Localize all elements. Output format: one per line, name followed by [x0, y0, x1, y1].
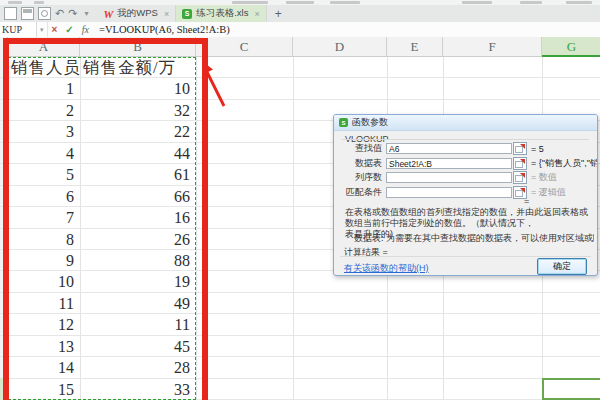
column-header-G[interactable]: G [542, 37, 600, 57]
cell-a[interactable]: 销售人员 [8, 57, 80, 77]
spreadsheet-logo-icon: S [182, 9, 192, 19]
cell-a[interactable]: 2 [8, 100, 80, 120]
printer-icon[interactable] [21, 7, 34, 20]
toolbar-remnant-mark [232, 1, 268, 4]
cell-a[interactable]: 3 [8, 121, 80, 141]
table-row: 110 [0, 78, 600, 99]
toolbar-remnant-mark [286, 1, 314, 4]
cell-b[interactable]: 49 [80, 293, 196, 313]
cell-a[interactable]: 14 [8, 357, 80, 377]
toolbar-remnant-mark [8, 1, 22, 4]
cell-b[interactable]: 19 [80, 271, 196, 291]
name-box-dropdown-icon[interactable]: ▾ [37, 22, 48, 37]
quick-access-toolbar: ↶ ↷ ▾ [0, 7, 97, 20]
argument-label: 匹配条件 [334, 186, 386, 199]
ok-button[interactable]: 确定 [537, 258, 587, 275]
argument-row: 列序数= 数值 [334, 171, 597, 184]
cell-a[interactable]: 11 [8, 293, 80, 313]
argument-row: 查找值A6= 5 [334, 142, 597, 155]
close-tab-icon[interactable]: × [254, 9, 259, 19]
cell-b[interactable]: 28 [80, 357, 196, 377]
tab-label: 练习表格.xls [196, 7, 248, 20]
formula-input[interactable]: =VLOOKUP(A6, Sheet2!A:B) [93, 24, 230, 35]
new-tab-button[interactable]: + [267, 7, 290, 21]
argument-row: 数据表Sheet2!A:B= {"销售人员","销售金额/万" [334, 157, 597, 170]
cell-b[interactable]: 11 [80, 314, 196, 334]
redo-icon[interactable]: ↷ [68, 8, 77, 19]
tab-label: 我的WPS [117, 7, 158, 20]
print-preview-icon[interactable] [38, 7, 51, 20]
cell-a[interactable]: 7 [8, 207, 80, 227]
result-equals-sign: = [524, 196, 529, 206]
argument-label: 查找值 [334, 142, 386, 155]
table-row: 销售人员销售金额/万 [0, 57, 600, 78]
cell-a[interactable]: 15 [8, 379, 80, 399]
argument-input[interactable]: Sheet2!A:B [386, 158, 512, 169]
cell-a[interactable]: 12 [8, 314, 80, 334]
range-picker-icon[interactable] [513, 157, 527, 170]
wps-sheet-icon: S [339, 118, 348, 127]
cancel-entry-icon[interactable]: × [48, 24, 62, 35]
undo-icon[interactable]: ↶ [55, 8, 64, 19]
cell-b[interactable]: 26 [80, 229, 196, 249]
cell-b[interactable]: 88 [80, 250, 196, 270]
argument-input[interactable] [386, 187, 512, 198]
cell-b[interactable]: 16 [80, 207, 196, 227]
argument-label: 数据表 [334, 157, 386, 170]
cell-b[interactable]: 销售金额/万 [80, 57, 196, 77]
active-cell-outline [542, 378, 600, 400]
toolbar-remnant-mark [330, 1, 360, 4]
argument-result: = 逻辑值 [527, 186, 566, 199]
cell-a[interactable]: 8 [8, 229, 80, 249]
dialog-divider [340, 256, 591, 257]
cell-b[interactable]: 32 [80, 100, 196, 120]
column-header-F[interactable]: F [443, 37, 542, 57]
cell-b[interactable]: 33 [80, 379, 196, 399]
insert-function-icon[interactable]: fx [78, 24, 93, 35]
confirm-entry-icon[interactable]: ✓ [61, 24, 77, 35]
argument-input[interactable]: A6 [386, 143, 512, 154]
range-picker-icon[interactable] [513, 142, 527, 155]
cell-b[interactable]: 22 [80, 121, 196, 141]
cell-b[interactable]: 66 [80, 186, 196, 206]
function-help-link[interactable]: 有关该函数的帮助(H) [344, 262, 429, 275]
toolbar-remnant-mark [566, 1, 592, 4]
toolbar-dropdown-icon[interactable]: ▾ [84, 9, 88, 18]
cell-a[interactable]: 9 [8, 250, 80, 270]
cell-a[interactable]: 10 [8, 271, 80, 291]
cell-a[interactable]: 13 [8, 336, 80, 356]
argument-input[interactable] [386, 172, 512, 183]
name-box[interactable]: KUP [0, 22, 37, 37]
cell-b[interactable]: 44 [80, 143, 196, 163]
column-header-D[interactable]: D [293, 37, 387, 57]
toolbar-remnant-mark [520, 1, 542, 4]
toolbar-remnant-mark [34, 1, 44, 4]
range-picker-icon[interactable] [513, 171, 527, 184]
column-header-E[interactable]: E [387, 37, 443, 57]
argument-result: = {"销售人员","销售金额/万" [527, 157, 598, 170]
cell-b[interactable]: 10 [80, 78, 196, 98]
column-header-C[interactable]: C [196, 37, 293, 57]
tab-bar: ↶ ↷ ▾ W 我的WPS × S 练习表格.xls × + [0, 5, 600, 23]
tab-workbook[interactable]: S 练习表格.xls × [176, 5, 267, 22]
cell-a[interactable]: 5 [8, 164, 80, 184]
cell-a[interactable]: 1 [8, 78, 80, 98]
dialog-title-bar[interactable]: S 函数参数 [334, 115, 597, 131]
cell-a[interactable]: 4 [8, 143, 80, 163]
dialog-title: 函数参数 [352, 116, 388, 129]
column-header-A[interactable]: A [8, 37, 80, 57]
cell-b[interactable]: 45 [80, 336, 196, 356]
argument-label: 列序数 [334, 171, 386, 184]
calc-result-label: 计算结果 = [344, 246, 388, 259]
close-tab-icon[interactable]: × [164, 9, 169, 19]
argument-result: = 数值 [527, 171, 557, 184]
app-window: ↶ ↷ ▾ W 我的WPS × S 练习表格.xls × + KUP ▾ × ✓… [0, 0, 600, 400]
function-arguments-dialog: S 函数参数 VLOOKUP 查找值A6= 5数据表Sheet2!A:B= {"… [333, 114, 598, 276]
tab-my-wps[interactable]: W 我的WPS × [97, 5, 176, 22]
cell-b[interactable]: 61 [80, 164, 196, 184]
table-row: 1211 [0, 314, 600, 335]
group-divider [342, 139, 589, 140]
cell-a[interactable]: 6 [8, 186, 80, 206]
column-header-B[interactable]: B [80, 37, 196, 57]
new-document-icon[interactable] [4, 7, 17, 20]
